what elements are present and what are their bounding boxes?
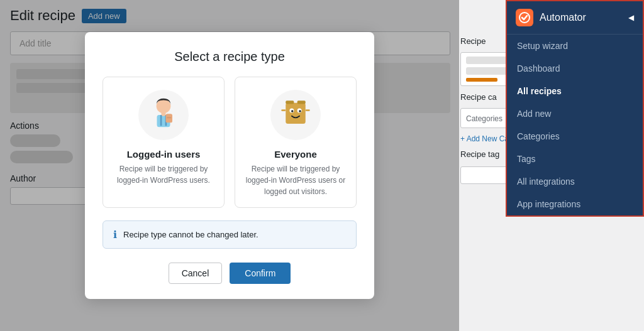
recipe-ca-label: Recipe ca — [460, 92, 497, 102]
svg-rect-15 — [306, 109, 310, 111]
modal-actions: Cancel Confirm — [103, 263, 357, 284]
everyone-card[interactable]: Everyone Recipe will be triggered by log… — [235, 77, 357, 208]
logged-in-avatar — [138, 90, 189, 140]
automator-dropdown: Automator ◀ Setup wizardDashboardAll rec… — [506, 0, 644, 217]
automator-title: Automator — [540, 12, 622, 23]
everyone-title: Everyone — [244, 149, 347, 160]
automator-menu-item-all-integrations[interactable]: All integrations — [507, 170, 643, 193]
info-icon: ℹ — [113, 229, 117, 241]
everyone-avatar — [270, 90, 321, 140]
automator-menu-item-categories[interactable]: Categories — [507, 125, 643, 148]
modal-overlay: Select a recipe type — [0, 0, 459, 331]
svg-rect-6 — [167, 117, 171, 119]
svg-rect-7 — [286, 103, 306, 124]
svg-rect-3 — [160, 115, 162, 126]
info-text: Recipe type cannot be changed later. — [123, 230, 258, 239]
recipe-tag-label: Recipe tag — [460, 149, 499, 159]
automator-logo-icon — [516, 9, 533, 26]
categories-placeholder: Categories — [466, 114, 502, 123]
recipe-types-container: Logged-in users Recipe will be triggered… — [103, 77, 357, 208]
svg-point-13 — [299, 110, 301, 112]
modal: Select a recipe type — [85, 32, 374, 299]
svg-rect-9 — [297, 100, 306, 104]
automator-menu-item-dashboard[interactable]: Dashboard — [507, 57, 643, 80]
modal-title: Select a recipe type — [103, 50, 357, 64]
automator-menu-item-tags[interactable]: Tags — [507, 148, 643, 170]
status-bar — [466, 78, 497, 82]
automator-menu-item-all-recipes[interactable]: All recipes — [507, 80, 643, 102]
confirm-button[interactable]: Confirm — [230, 263, 291, 284]
svg-point-12 — [291, 110, 294, 112]
everyone-desc: Recipe will be triggered by logged-in Wo… — [244, 163, 347, 197]
recipe-label: Recipe — [460, 36, 486, 46]
everyone-icon — [274, 93, 318, 137]
automator-menu: Setup wizardDashboardAll recipesAdd newC… — [507, 35, 643, 215]
automator-menu-item-setup-wizard[interactable]: Setup wizard — [507, 35, 643, 57]
svg-rect-14 — [281, 109, 286, 111]
svg-rect-2 — [162, 113, 166, 116]
info-banner: ℹ Recipe type cannot be changed later. — [103, 220, 357, 249]
svg-rect-8 — [286, 100, 294, 104]
automator-collapse-icon[interactable]: ◀ — [628, 13, 634, 22]
cancel-button[interactable]: Cancel — [169, 263, 223, 284]
logged-in-icon — [142, 93, 186, 137]
logged-in-users-card[interactable]: Logged-in users Recipe will be triggered… — [103, 77, 225, 208]
logged-in-desc: Recipe will be triggered by logged-in Wo… — [112, 163, 215, 186]
automator-menu-item-app-integrations[interactable]: App integrations — [507, 193, 643, 215]
automator-menu-item-add-new[interactable]: Add new — [507, 102, 643, 125]
automator-header[interactable]: Automator ◀ — [507, 1, 643, 35]
logged-in-title: Logged-in users — [112, 149, 215, 160]
